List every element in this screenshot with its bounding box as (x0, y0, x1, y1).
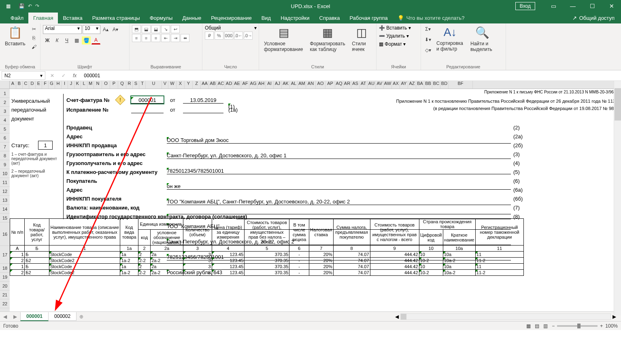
column-header[interactable]: R (126, 81, 133, 89)
warning-icon[interactable]: ! (115, 95, 125, 105)
italic-button[interactable]: К (53, 36, 62, 44)
column-header[interactable]: AP (325, 81, 335, 89)
row-header[interactable]: 17 (0, 246, 10, 264)
cell-styles-button[interactable]: ◫Стили ячеек (349, 25, 374, 53)
underline-button[interactable]: Ч (62, 36, 71, 44)
column-header[interactable]: AH (257, 81, 266, 89)
sheet-tab-2[interactable]: 000002 (48, 312, 77, 321)
copy-icon[interactable]: ⎘ (30, 34, 38, 42)
row-header[interactable]: 21 (0, 290, 10, 299)
column-header[interactable]: BA (416, 81, 424, 89)
tab-team[interactable]: Рабочая группа (345, 13, 393, 23)
column-header[interactable]: Z (193, 81, 201, 89)
column-header[interactable]: AN (306, 81, 316, 89)
borders-icon[interactable]: ▦ (72, 36, 81, 44)
row-header[interactable]: 16 (0, 222, 10, 246)
paste-button[interactable]: 📋Вставить (2, 25, 28, 47)
column-header[interactable]: AX (392, 81, 400, 89)
column-header[interactable]: BF (449, 81, 473, 89)
row-header[interactable]: 14 (0, 205, 10, 214)
column-header[interactable]: T (139, 81, 146, 89)
close-icon[interactable]: ✕ (602, 0, 621, 12)
orientation-icon[interactable]: ↘ (161, 25, 170, 33)
column-header[interactable]: D (29, 81, 36, 89)
tab-layout[interactable]: Разметка страницы (87, 13, 145, 23)
row-header[interactable]: 10 (0, 169, 10, 178)
format-as-table-button[interactable]: ▦Форматировать как таблицу (308, 25, 348, 53)
column-header[interactable]: AK (282, 81, 290, 89)
column-header[interactable]: AS (351, 81, 359, 89)
column-header[interactable]: AI (266, 81, 274, 89)
formula-input[interactable]: 000001 (84, 73, 618, 78)
align-middle-icon[interactable]: ⬓ (142, 25, 151, 33)
font-name-combo[interactable]: Arial▾ (43, 25, 82, 34)
align-center-icon[interactable]: ≡ (142, 34, 151, 42)
column-header[interactable]: X (177, 81, 185, 89)
zoom-in-icon[interactable]: + (600, 323, 603, 329)
row-header[interactable]: 3 (0, 107, 10, 116)
column-header[interactable]: BD (440, 81, 449, 89)
column-header[interactable]: AR (343, 81, 351, 89)
cut-icon[interactable]: ✂ (30, 25, 38, 33)
column-header[interactable]: O (102, 81, 110, 89)
tab-insert[interactable]: Вставка (58, 13, 87, 23)
row-header[interactable]: 1 (0, 89, 10, 98)
column-header[interactable]: I (62, 81, 68, 89)
find-select-button[interactable]: 🔍Найти и выделить (468, 25, 496, 53)
currency-icon[interactable]: ₽ (205, 32, 214, 40)
tab-data[interactable]: Данные (177, 13, 206, 23)
row-header[interactable]: 15 (0, 214, 10, 222)
number-format-combo[interactable]: Общий▾ (205, 25, 257, 31)
column-header[interactable]: A (10, 81, 16, 89)
row-header[interactable]: 2 (0, 98, 10, 107)
row-header[interactable]: 4 (0, 116, 10, 125)
column-header[interactable]: AB (209, 81, 217, 89)
column-header[interactable]: W (168, 81, 177, 89)
column-headers[interactable]: ABCDEFGHIJKLMNOPQRSTUVWXYZAAABACADAEAFAG… (0, 81, 621, 89)
vertical-scrollbar[interactable] (614, 81, 621, 315)
column-header[interactable]: S (133, 81, 139, 89)
tab-home[interactable]: Главная (28, 13, 58, 23)
align-left-icon[interactable]: ≡ (132, 34, 141, 42)
sheet-tab-1[interactable]: 000001 (20, 312, 49, 321)
column-header[interactable]: AE (233, 81, 241, 89)
row-header[interactable]: 6 (0, 133, 10, 142)
cancel-icon[interactable]: ✕ (50, 73, 54, 78)
view-page-icon[interactable]: ▤ (535, 323, 539, 329)
tab-addins[interactable]: Надстройки (276, 13, 314, 23)
column-header[interactable]: AM (298, 81, 306, 89)
share-button[interactable]: ↗Общий доступ (566, 13, 621, 23)
name-box[interactable]: N2▾ (2, 71, 45, 80)
increase-font-icon[interactable]: A▴ (101, 25, 110, 34)
comma-icon[interactable]: 000 (224, 32, 233, 40)
format-cells-button[interactable]: ▦ Формат ▾ (379, 41, 406, 47)
row-header[interactable]: 7 (0, 142, 10, 151)
dec-decimal-icon[interactable]: .0→ (244, 32, 253, 40)
column-header[interactable]: Y (185, 81, 193, 89)
column-header[interactable]: J (68, 81, 74, 89)
clear-icon[interactable]: ◇▾ (423, 46, 432, 54)
column-header[interactable]: AW (384, 81, 392, 89)
ribbon-options-icon[interactable]: ▭ (544, 0, 563, 12)
tab-view[interactable]: Вид (257, 13, 276, 23)
row-headers[interactable]: 12345678910111213141516171819202122 (0, 89, 10, 311)
column-header[interactable]: N (94, 81, 102, 89)
indent-dec-icon[interactable]: ⇤ (161, 34, 170, 42)
view-break-icon[interactable]: ▥ (543, 323, 548, 329)
save-icon[interactable]: 💾 (19, 3, 25, 9)
indent-inc-icon[interactable]: ⇥ (171, 34, 180, 42)
tab-file[interactable]: Файл (6, 13, 28, 23)
autosum-icon[interactable]: Σ▾ (423, 25, 432, 33)
horizontal-scrollbar[interactable]: ◀ ▶ (87, 313, 621, 320)
view-normal-icon[interactable]: ▦ (526, 323, 531, 329)
column-header[interactable]: P (110, 81, 118, 89)
row-header[interactable]: 19 (0, 273, 10, 281)
font-size-combo[interactable]: 10▾ (83, 25, 100, 34)
column-header[interactable]: F (42, 81, 49, 89)
redo-icon[interactable]: ↷ (35, 3, 39, 9)
column-header[interactable]: L (81, 81, 87, 89)
undo-icon[interactable]: ↶ (28, 3, 32, 9)
row-header[interactable]: 5 (0, 125, 10, 133)
column-header[interactable]: AD (225, 81, 233, 89)
column-header[interactable]: AY (400, 81, 408, 89)
